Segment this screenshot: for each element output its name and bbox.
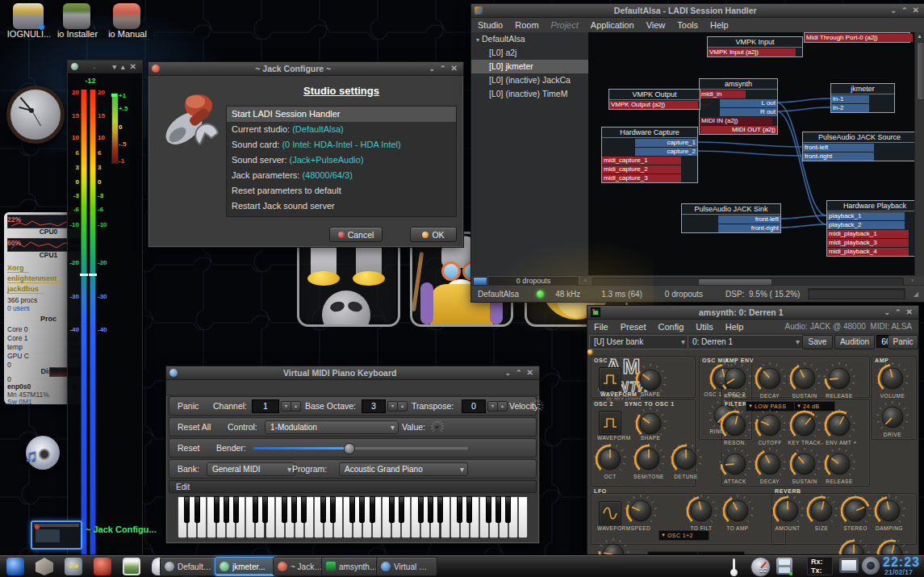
patchbay-node[interactable]: Midi Through Port-0 (a2j) xyxy=(804,32,910,43)
menu-view[interactable]: View xyxy=(646,20,666,30)
patchbay-node[interactable]: Hardware Playbackplayback_1playback_2mid… xyxy=(826,200,915,257)
tree-item[interactable]: [L0] jkmeter xyxy=(471,60,588,73)
knob-decay[interactable] xyxy=(752,446,788,482)
maximize-button[interactable]: ⌃ xyxy=(895,306,901,319)
ladish-titlebar[interactable]: DefaultAlsa - LADI Session Handler ⌄ ⌃ ✕ xyxy=(471,4,924,18)
port-audio[interactable]: playback_2 xyxy=(827,221,905,229)
black-key[interactable] xyxy=(253,496,258,523)
settings-item[interactable]: Reset parameters to default xyxy=(227,183,456,199)
menu-studio[interactable]: Studio xyxy=(478,20,503,30)
knob-key-track[interactable] xyxy=(787,408,822,443)
black-key[interactable] xyxy=(428,496,433,523)
settings-item[interactable]: Restart Jack sound server xyxy=(227,199,456,214)
port-midi[interactable]: Midi Through Port-0 (a2j) xyxy=(805,34,913,42)
menu-help[interactable]: Help xyxy=(710,20,729,30)
black-key[interactable] xyxy=(399,496,404,523)
patchbay-node[interactable]: PulseAudio JACK Sinkfront-leftfront-righ… xyxy=(681,203,781,233)
knob-reson-[interactable] xyxy=(717,408,753,443)
photo-icon[interactable] xyxy=(123,558,140,575)
channel-up-button[interactable]: ▴ xyxy=(291,401,301,412)
settings-item[interactable]: Current studio: (DefaultAlsa) xyxy=(227,122,456,137)
ok-button[interactable]: OK xyxy=(410,227,457,242)
shade-button[interactable]: ⌄ xyxy=(429,62,436,75)
panic-button[interactable]: Panic xyxy=(178,397,199,415)
settings-item[interactable]: Sound server: (Jack+PulseAudio) xyxy=(227,153,456,168)
lfo-waveform-button[interactable] xyxy=(599,501,621,525)
menu-tools[interactable]: Tools xyxy=(677,20,698,30)
transpose-up-button[interactable]: ▴ xyxy=(497,401,508,412)
shade-button[interactable]: ⌄ xyxy=(891,4,897,17)
piano-keyboard[interactable] xyxy=(178,496,528,538)
cancel-button[interactable]: Cancel xyxy=(329,227,383,242)
knob--env-amt-[interactable] xyxy=(822,408,857,443)
hscroll-left-arrow[interactable]: ‹ xyxy=(584,277,587,284)
patchbay-node[interactable]: VMPK InputVMPK Input (a2j) xyxy=(707,36,803,57)
white-key[interactable] xyxy=(518,496,528,538)
knob-decay[interactable] xyxy=(752,361,788,396)
analog-clock-gadget[interactable] xyxy=(6,86,65,144)
close-button[interactable]: ✕ xyxy=(451,62,458,75)
tree-item[interactable]: [L0] (inactive) TimeM xyxy=(471,87,588,101)
port-midi[interactable]: MIDI IN (a2j) xyxy=(700,117,772,125)
close-button[interactable]: ✕ xyxy=(913,4,919,17)
knob-release[interactable] xyxy=(822,361,857,396)
maximize-button[interactable]: ⌃ xyxy=(440,62,446,75)
knob-stereo[interactable] xyxy=(838,493,873,529)
edit-bar[interactable]: Edit xyxy=(169,480,537,493)
port-midi[interactable]: midi_playback_1 xyxy=(827,230,909,238)
close-button[interactable]: ✕ xyxy=(906,306,913,319)
menu-preset[interactable]: Preset xyxy=(621,322,646,332)
black-key[interactable] xyxy=(359,496,365,523)
knob-attack[interactable] xyxy=(717,361,753,396)
shade-button[interactable]: ▾ xyxy=(113,61,117,73)
task-preview-thumbnail[interactable] xyxy=(31,521,82,550)
port-audio[interactable]: capture_1 xyxy=(635,139,697,147)
knob-attack[interactable] xyxy=(717,446,753,482)
port-audio[interactable]: L out xyxy=(720,99,777,107)
bank-combo[interactable]: General MIDI xyxy=(207,462,295,476)
jack-plug-icon[interactable] xyxy=(94,558,111,575)
osc1-waveform-button[interactable] xyxy=(599,367,621,391)
display-monitor-icon[interactable] xyxy=(839,558,859,573)
port-audio[interactable]: capture_2 xyxy=(635,148,697,156)
port-audio[interactable]: playback_1 xyxy=(827,212,905,220)
menu-utils[interactable]: Utils xyxy=(696,322,713,332)
black-key[interactable] xyxy=(457,496,462,523)
globe-face-icon[interactable] xyxy=(65,558,82,575)
jkmeter-titlebar[interactable]: . ▾ ▴ ✕ xyxy=(68,61,142,73)
port-midi[interactable]: midi_capture_3 xyxy=(602,174,681,182)
black-key[interactable] xyxy=(389,496,395,523)
knob-damping[interactable] xyxy=(872,493,907,529)
black-key[interactable] xyxy=(418,496,424,523)
shade-button[interactable]: ⌄ xyxy=(884,306,891,319)
amsynth-titlebar[interactable]: amsynth: 0: Derren 1 ⌄ ⌃ ✕ xyxy=(587,306,918,320)
reset-button[interactable]: Reset xyxy=(178,439,199,457)
black-key[interactable] xyxy=(466,496,472,523)
menu-room[interactable]: Room xyxy=(515,20,538,30)
net-rxtx-monitor[interactable]: Rx: Tx: xyxy=(807,557,833,575)
reset-all-button[interactable]: Reset All xyxy=(178,418,211,436)
tree-expander-icon[interactable]: ▾ xyxy=(476,36,479,44)
knob-oct[interactable] xyxy=(592,441,628,477)
enlightenment-logo-icon[interactable] xyxy=(6,558,24,575)
close-button[interactable]: ✕ xyxy=(130,61,136,73)
knob-to-filt[interactable] xyxy=(684,493,719,529)
octave-up-button[interactable]: ▴ xyxy=(397,401,408,412)
patchbay-node[interactable]: PulseAudio JACK Sourcefront-leftfront-ri… xyxy=(802,132,915,161)
knob-release[interactable] xyxy=(822,446,857,482)
port-audio[interactable]: front-right xyxy=(718,224,780,232)
knob-volume[interactable] xyxy=(875,361,910,396)
vmpk-titlebar[interactable]: Virtual MIDI Piano Keyboard ⌄ ⌃ ✕ xyxy=(166,366,539,380)
jack-configure-titlebar[interactable]: ~ Jack Configure ~ ⌄ ⌃ ✕ xyxy=(148,62,463,76)
taskbar-button[interactable]: ~ Jack Co... xyxy=(273,557,328,576)
knob-size[interactable] xyxy=(804,493,839,529)
knob-drive[interactable] xyxy=(875,399,910,435)
port-midi[interactable]: VMPK Output (a2j) xyxy=(609,101,698,109)
maximize-button[interactable]: ⌃ xyxy=(901,4,908,17)
port-audio[interactable]: R out xyxy=(720,108,777,116)
thermometer-icon[interactable] xyxy=(733,558,735,571)
taskbar-button[interactable]: jkmeter... xyxy=(215,557,279,576)
menu-help[interactable]: Help xyxy=(725,322,744,332)
base-octave-spinner[interactable]: 3 xyxy=(362,399,386,413)
save-button[interactable]: Save xyxy=(802,335,833,349)
